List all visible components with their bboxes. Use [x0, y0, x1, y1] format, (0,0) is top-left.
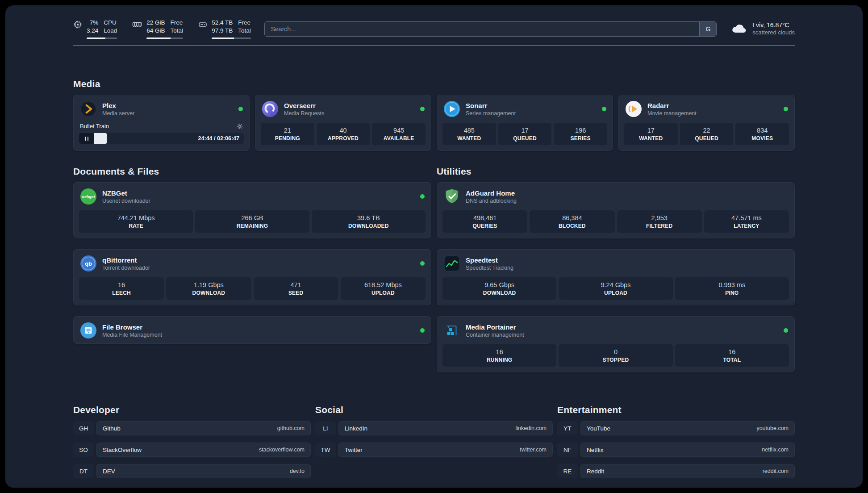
bookmark-abbr: DT: [73, 464, 94, 478]
stat-value: 21: [263, 127, 313, 134]
service-link-filebrowser[interactable]: File Browser Media File Management: [74, 317, 431, 343]
stat-tile: 22 QUEUED: [680, 123, 734, 145]
bookmark-reddit[interactable]: RE Reddit reddit.com: [557, 464, 795, 478]
stat-label: APPROVED: [318, 135, 368, 142]
stat-value: 47.571 ms: [706, 214, 787, 221]
search-provider-button[interactable]: G: [699, 22, 716, 36]
stat-value: 2,953: [619, 214, 700, 221]
stat-tile: 498,461 QUERIES: [442, 210, 527, 233]
stat-value: 744.21 Mbps: [81, 214, 191, 221]
status-dot: [784, 107, 788, 111]
cpu-widget: 7% 3.24 CPU Load: [73, 19, 117, 39]
resource-widgets: 7% 3.24 CPU Load: [73, 19, 251, 39]
bookmark-name: StackOverflow: [103, 447, 142, 453]
bookmark-url: netflix.com: [762, 447, 789, 453]
stat-tile: 47.571 ms LATENCY: [704, 210, 789, 233]
filebrowser-icon: [80, 322, 97, 339]
bookmark-url: youtube.com: [756, 425, 789, 431]
stat-label: WANTED: [626, 135, 676, 142]
search-form[interactable]: G: [264, 21, 717, 37]
bookmark-url: reddit.com: [763, 468, 789, 474]
stat-label: SERIES: [555, 135, 605, 142]
service-name: Radarr: [647, 102, 778, 109]
service-link-overseerr[interactable]: Overseerr Media Requests: [255, 95, 431, 122]
group-title-documents: Documents & Files: [73, 166, 431, 177]
status-dot: [784, 328, 788, 333]
stat-value: 16: [677, 348, 787, 355]
service-link-sonarr[interactable]: Sonarr Series management: [437, 95, 613, 122]
service-name: File Browser: [102, 323, 415, 331]
status-dot: [420, 194, 425, 199]
stat-tile: 9.24 Gbps UPLOAD: [559, 277, 672, 300]
cpu-icon: [73, 20, 82, 29]
seek-bar[interactable]: 24:44 / 02:06:47: [79, 133, 244, 144]
memory-usage-bar: [146, 38, 183, 39]
service-link-portainer[interactable]: Media Portainer Container management: [437, 317, 794, 343]
stat-label: REMAINING: [197, 223, 307, 229]
service-card-qbittorrent: qb qBittorrent Torrent downloader 16: [73, 249, 431, 305]
stat-label: AVAILABLE: [374, 135, 424, 142]
plex-now-playing-widget: Bullet Train 24:44 / 02:06:47: [74, 122, 249, 149]
service-link-plex[interactable]: Plex Media server: [74, 95, 249, 122]
status-dot: [420, 107, 425, 111]
stat-label: RATE: [81, 223, 191, 229]
pause-button[interactable]: [79, 133, 94, 144]
memory-icon: [132, 20, 142, 29]
now-playing-title: Bullet Train: [80, 123, 109, 130]
bookmark-twitter[interactable]: TW Twitter twitter.com: [315, 443, 553, 457]
stat-label: BLOCKED: [531, 223, 613, 229]
stat-tile: 16 TOTAL: [675, 344, 789, 367]
service-card-radarr: Radarr Movie management 17 WANTED 22 QUE…: [618, 95, 795, 151]
service-link-adguard[interactable]: AdGuard Home DNS and adblocking: [437, 183, 794, 209]
bookmark-youtube[interactable]: YT YouTube youtube.com: [557, 421, 795, 435]
bookmark-url: github.com: [277, 425, 305, 431]
plex-icon: [80, 100, 97, 117]
service-link-radarr[interactable]: Radarr Movie management: [619, 95, 794, 122]
utilities-section: Utilities AdGuard Home DNS and adblockin…: [437, 166, 795, 372]
service-card-filebrowser: File Browser Media File Management: [73, 316, 431, 344]
bookmark-name: Reddit: [587, 468, 604, 475]
stat-value: 498,461: [444, 214, 526, 221]
stat-tile: 618.52 Mbps UPLOAD: [341, 277, 426, 300]
stat-tile: 17 WANTED: [624, 123, 678, 145]
bookmark-dev[interactable]: DT DEV dev.to: [73, 464, 311, 478]
bookmark-linkedin[interactable]: LI LinkedIn linkedin.com: [315, 421, 553, 435]
cloud-icon: [730, 22, 748, 36]
stat-label: LEECH: [81, 290, 162, 296]
service-link-speedtest[interactable]: Speedtest Speedtest Tracking: [437, 250, 794, 276]
bookmark-abbr: YT: [557, 421, 578, 435]
status-dot: [420, 328, 425, 333]
bookmark-netflix[interactable]: NF Netflix netflix.com: [557, 443, 795, 457]
playback-time: 24:44 / 02:06:47: [198, 135, 244, 142]
svg-text:qb: qb: [85, 260, 92, 267]
disk-widget: 52.4 TB 97.9 TB Free Total: [198, 19, 251, 39]
stat-tile: 834 MOVIES: [735, 123, 789, 145]
status-dot: [238, 107, 243, 111]
stat-label: TOTAL: [677, 357, 787, 363]
memory-free-value: 22 GiB: [146, 19, 165, 27]
stat-tile: 2,953 FILTERED: [617, 210, 702, 233]
memory-total-value: 64 GiB: [146, 27, 165, 35]
bookmark-name: LinkedIn: [345, 425, 367, 432]
service-description: Series management: [466, 110, 597, 117]
stat-value: 39.6 TB: [313, 214, 424, 221]
stat-tile: 9.65 Gbps DOWNLOAD: [442, 277, 556, 300]
group-title-entertainment: Entertainment: [557, 405, 795, 415]
service-link-qbittorrent[interactable]: qb qBittorrent Torrent downloader: [74, 250, 431, 276]
gear-icon[interactable]: [237, 123, 243, 130]
disk-free-label: Free: [238, 19, 250, 27]
service-link-nzbget[interactable]: nzbget NZBGet Usenet downloader: [74, 183, 431, 209]
search-input[interactable]: [265, 22, 700, 36]
stat-label: MOVIES: [737, 135, 787, 142]
bookmark-url: linkedin.com: [516, 425, 547, 431]
stat-tile: 1.19 Gbps DOWNLOAD: [166, 277, 251, 300]
stat-value: 16: [81, 281, 162, 288]
stat-tile: 39.6 TB DOWNLOADED: [312, 210, 426, 233]
stat-label: DOWNLOAD: [444, 290, 555, 296]
stat-tile: 744.21 Mbps RATE: [79, 210, 193, 233]
topbar-divider: [73, 45, 795, 46]
bookmark-github[interactable]: GH Github github.com: [73, 421, 311, 435]
adguard-icon: [443, 188, 460, 205]
stat-tile: 471 SEED: [254, 277, 338, 300]
bookmark-stackoverflow[interactable]: SO StackOverflow stackoverflow.com: [73, 443, 311, 457]
